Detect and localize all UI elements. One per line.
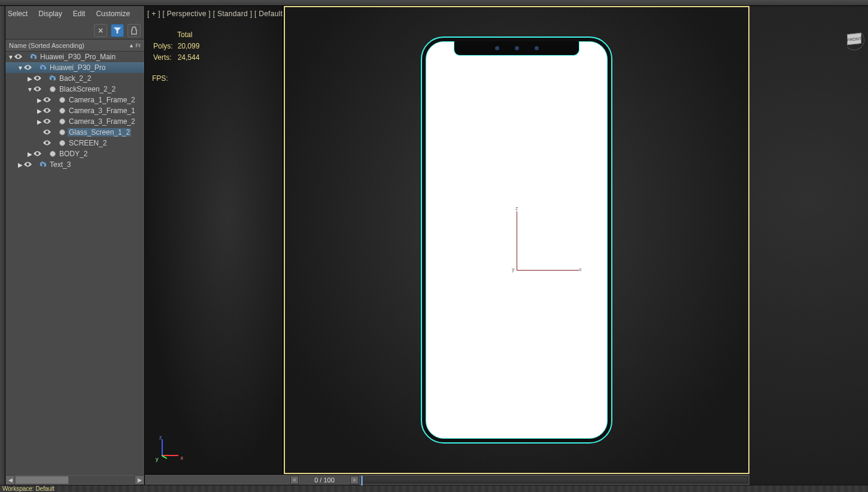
- expand-toggle[interactable]: ▶: [37, 108, 43, 114]
- tree-item-label: Huawei_P30_Pro_Main: [39, 53, 117, 61]
- notch-sensor-icon: [515, 46, 519, 50]
- expand-toggle[interactable]: ▶: [27, 75, 33, 82]
- geometry-icon: [48, 86, 57, 92]
- geometry-icon: [58, 97, 66, 103]
- scroll-left-button[interactable]: ◀: [5, 475, 15, 485]
- right-viewport-strip: FRONT: [749, 6, 868, 485]
- timeline-next-button[interactable]: >: [350, 476, 359, 484]
- visibility-eye-icon[interactable]: [33, 74, 41, 83]
- tree-row-body-2[interactable]: ▶BODY_2: [5, 148, 144, 159]
- scroll-thumb[interactable]: [15, 476, 69, 484]
- tree-item-label: SCREEN_2: [68, 139, 108, 147]
- timeline-prev-button[interactable]: <: [290, 476, 299, 484]
- axis-z-label: z: [159, 435, 162, 441]
- timeline-bar[interactable]: < 0 / 100 >: [145, 474, 749, 485]
- menu-edit[interactable]: Edit: [73, 10, 86, 18]
- group-icon: [29, 53, 38, 60]
- tree-item-label: Glass_Screen_1_2: [68, 128, 131, 136]
- phone-screen: [426, 41, 608, 439]
- viewcube[interactable]: FRONT: [844, 30, 864, 50]
- visibility-eye-icon[interactable]: [33, 150, 41, 158]
- funnel-icon: [113, 26, 122, 35]
- tree-row-huawei-p30-pro[interactable]: ▼Huawei_P30_Pro: [5, 62, 144, 73]
- phone-notch: [454, 41, 579, 56]
- tree-item-label: Camera_3_Frame_2: [68, 117, 136, 126]
- polys-value: 20,099: [178, 41, 204, 51]
- scene-explorer-tools: ×: [5, 22, 144, 40]
- geometry-icon: [48, 151, 57, 157]
- main-toolbar[interactable]: [0, 0, 868, 6]
- axis-gizmo: z x y: [156, 435, 183, 462]
- stats-header: Total: [177, 30, 204, 40]
- filter-button[interactable]: [111, 24, 124, 37]
- tree-item-label: Camera_3_Frame_1: [68, 107, 136, 115]
- visibility-eye-icon[interactable]: [14, 53, 22, 61]
- scroll-track[interactable]: [15, 476, 135, 484]
- status-bar: Workspace: Default: [0, 485, 868, 492]
- expand-toggle[interactable]: ▼: [8, 54, 14, 60]
- viewport-left-pane[interactable]: [ + ] [ Perspective ] [ Standard ] [ Def…: [145, 6, 284, 474]
- geometry-icon: [58, 119, 66, 124]
- axis-z-line: [162, 439, 163, 456]
- visibility-eye-icon[interactable]: [43, 128, 51, 136]
- lock-button[interactable]: [128, 24, 141, 37]
- tree-row-text-3[interactable]: ▶Text_3: [5, 159, 144, 170]
- viewport-stats: Total Polys:20,099 Verts:24,544 FPS:: [152, 30, 204, 84]
- expand-toggle[interactable]: ▶: [37, 97, 43, 104]
- visibility-eye-icon[interactable]: [23, 63, 32, 72]
- clear-filter-button[interactable]: ×: [94, 24, 107, 37]
- polys-label: Polys:: [153, 41, 177, 51]
- scene-explorer-header[interactable]: Name (Sorted Ascending) ▲ Fr: [5, 40, 144, 51]
- phone-model: z x y: [421, 37, 612, 444]
- tree-item-label: BODY_2: [58, 150, 89, 158]
- tree-row-camera-1-frame-2[interactable]: ▶Camera_1_Frame_2: [5, 95, 144, 105]
- viewport-main-pane[interactable]: z x y: [284, 6, 749, 474]
- tree-item-label: Text_3: [48, 160, 72, 169]
- tree-item-label: Camera_1_Frame_2: [68, 96, 136, 104]
- tree-row-blackscreen-2-2[interactable]: ▼BlackScreen_2_2: [5, 84, 144, 95]
- timeline-left-pad: [145, 475, 290, 485]
- group-icon: [39, 64, 47, 71]
- notch-sensor-icon: [495, 46, 499, 50]
- scene-tree-hscrollbar[interactable]: ◀ ▶: [5, 475, 144, 485]
- tree-row-huawei-p30-pro-main[interactable]: ▼Huawei_P30_Pro_Main: [5, 51, 144, 62]
- geometry-icon: [58, 129, 66, 135]
- visibility-eye-icon[interactable]: [23, 160, 32, 169]
- expand-toggle[interactable]: ▶: [17, 162, 23, 168]
- axis-y-label: y: [156, 456, 159, 462]
- viewport-split: [ + ] [ Perspective ] [ Standard ] [ Def…: [145, 6, 749, 474]
- visibility-eye-icon[interactable]: [43, 96, 51, 104]
- tree-item-label: Huawei_P30_Pro: [48, 63, 107, 72]
- menu-customize[interactable]: Customize: [96, 10, 130, 18]
- tree-item-label: BlackScreen_2_2: [58, 85, 117, 93]
- tree-row-screen-2[interactable]: SCREEN_2: [5, 138, 144, 148]
- scroll-right-button[interactable]: ▶: [135, 475, 144, 485]
- menu-select[interactable]: Select: [8, 10, 28, 18]
- tree-row-glass-screen-1-2[interactable]: Glass_Screen_1_2: [5, 127, 144, 138]
- viewcube-face[interactable]: FRONT: [847, 33, 861, 45]
- lock-icon: [130, 26, 138, 35]
- fps-label: FPS:: [152, 74, 204, 84]
- tree-row-back-2-2[interactable]: ▶Back_2_2: [5, 73, 144, 84]
- left-dock-strip[interactable]: [0, 6, 5, 485]
- tree-row-camera-3-frame-2[interactable]: ▶Camera_3_Frame_2: [5, 116, 144, 127]
- visibility-eye-icon[interactable]: [43, 107, 51, 115]
- visibility-eye-icon[interactable]: [43, 139, 51, 147]
- timeline-marker[interactable]: [361, 476, 363, 485]
- tree-row-camera-3-frame-1[interactable]: ▶Camera_3_Frame_1: [5, 105, 144, 116]
- expand-toggle[interactable]: ▶: [37, 119, 43, 125]
- visibility-eye-icon[interactable]: [33, 85, 41, 93]
- expand-toggle[interactable]: ▶: [27, 151, 33, 157]
- scene-tree[interactable]: ▼Huawei_P30_Pro_Main▼Huawei_P30_Pro▶Back…: [5, 51, 144, 475]
- close-icon: ×: [98, 26, 103, 35]
- menu-display[interactable]: Display: [38, 10, 62, 18]
- expand-toggle[interactable]: ▼: [17, 65, 23, 71]
- geometry-icon: [58, 108, 66, 114]
- notch-sensor-icon: [535, 46, 539, 50]
- tree-item-label: Back_2_2: [58, 74, 92, 83]
- expand-toggle[interactable]: ▼: [27, 86, 33, 93]
- visibility-eye-icon[interactable]: [43, 117, 51, 126]
- verts-value: 24,544: [178, 53, 204, 63]
- verts-label: Verts:: [153, 53, 177, 63]
- timeline-track[interactable]: [360, 476, 748, 484]
